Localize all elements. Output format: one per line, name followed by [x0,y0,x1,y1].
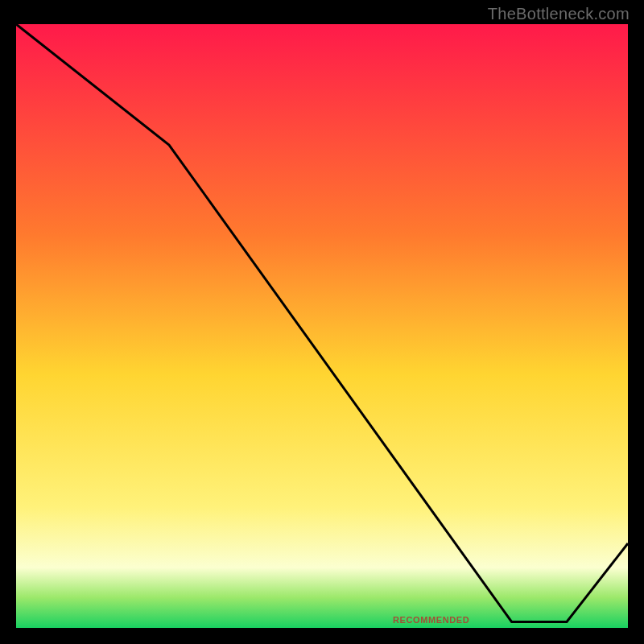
plot-area [16,24,628,628]
chart-frame: TheBottleneck.com RECOMMENDED [0,0,644,644]
attribution-link[interactable]: TheBottleneck.com [488,5,630,23]
plot-svg [16,24,628,628]
recommended-label: RECOMMENDED [393,615,469,625]
gradient-background [16,24,628,628]
